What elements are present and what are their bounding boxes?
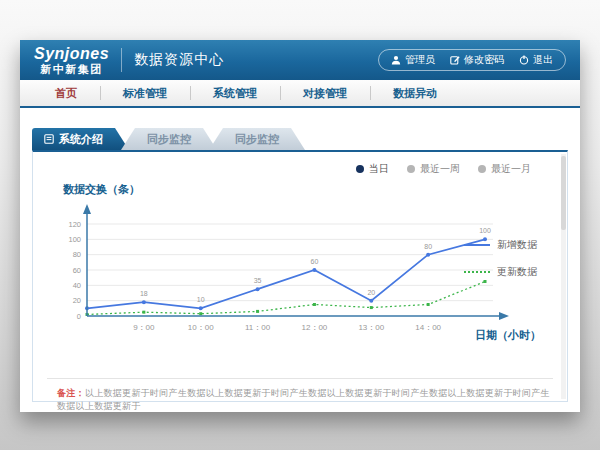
svg-text:80: 80 — [424, 243, 432, 250]
svg-text:10：00: 10：00 — [188, 323, 214, 332]
chart-legend: 新增数据 更新数据 — [464, 238, 537, 279]
range-filter-group: 当日 最近一周 最近一月 — [356, 162, 531, 176]
svg-text:60: 60 — [73, 266, 81, 275]
logo: Synjones 新中新集团 — [34, 46, 109, 75]
nav-integration-label: 对接管理 — [303, 86, 347, 101]
svg-text:9：00: 9：00 — [133, 323, 155, 332]
y-axis-title: 数据交换（条） — [63, 182, 140, 197]
radio-today[interactable]: 当日 — [356, 162, 389, 176]
tab-sync-monitor-2[interactable]: 同步监控 — [209, 128, 305, 150]
svg-text:20: 20 — [367, 289, 375, 296]
user-icon — [391, 55, 401, 65]
radio-last-month[interactable]: 最近一月 — [478, 162, 531, 176]
legend-new-data-label: 新增数据 — [497, 238, 537, 252]
radio-last-week-label: 最近一周 — [420, 162, 460, 176]
tab-bar: 系统介绍 同步监控 同步监控 — [32, 128, 580, 150]
desktop-background: Synjones 新中新集团 数据资源中心 管理员 修改密码 — [0, 0, 600, 450]
logo-subtext: 新中新集团 — [40, 64, 103, 75]
nav-item-system[interactable]: 系统管理 — [190, 80, 280, 106]
edit-icon — [450, 55, 460, 65]
nav-standards-label: 标准管理 — [123, 86, 167, 101]
nav-item-home[interactable]: 首页 — [32, 80, 100, 106]
nav-item-standards[interactable]: 标准管理 — [100, 80, 190, 106]
change-password-button[interactable]: 修改密码 — [450, 53, 504, 67]
svg-text:18: 18 — [140, 290, 148, 297]
header-divider — [121, 48, 122, 72]
svg-text:120: 120 — [68, 220, 81, 229]
svg-text:80: 80 — [73, 250, 81, 259]
logout-label: 退出 — [533, 53, 553, 67]
line-chart: 0204060801001209：0010：0011：0012：0013：001… — [47, 198, 517, 366]
svg-text:100: 100 — [479, 227, 491, 234]
footnote: 备注：以上数据更新于时间产生数据以上数据更新于时间产生数据以上数据更新于时间产生… — [57, 387, 551, 413]
green-dotted-swatch — [464, 271, 490, 273]
radio-dot — [478, 165, 486, 173]
nav-system-label: 系统管理 — [213, 86, 257, 101]
legend-item-new-data: 新增数据 — [464, 238, 537, 252]
tab-system-intro[interactable]: 系统介绍 — [32, 128, 129, 150]
tab-sync-monitor-2-label: 同步监控 — [235, 132, 279, 147]
power-icon — [519, 55, 529, 65]
nav-home-label: 首页 — [55, 86, 77, 101]
nav-item-data-changes[interactable]: 数据异动 — [370, 80, 460, 106]
blue-line-swatch — [464, 244, 490, 246]
note-divider — [47, 378, 553, 379]
radio-last-month-label: 最近一月 — [491, 162, 531, 176]
change-password-label: 修改密码 — [464, 53, 504, 67]
nav-item-integration[interactable]: 对接管理 — [280, 80, 370, 106]
admin-user-button[interactable]: 管理员 — [391, 53, 435, 67]
legend-updated-data-label: 更新数据 — [497, 265, 537, 279]
svg-text:10: 10 — [197, 296, 205, 303]
svg-text:100: 100 — [68, 235, 81, 244]
app-title: 数据资源中心 — [134, 51, 224, 69]
svg-text:60: 60 — [311, 258, 319, 265]
panel-scrollbar[interactable] — [561, 154, 566, 399]
svg-text:35: 35 — [254, 277, 262, 284]
admin-user-label: 管理员 — [405, 53, 435, 67]
user-actions-group: 管理员 修改密码 退出 — [378, 49, 566, 71]
chart-panel: 当日 最近一周 最近一月 数据交换（条） 0204060801001209：00… — [32, 150, 568, 402]
app-header: Synjones 新中新集团 数据资源中心 管理员 修改密码 — [20, 40, 580, 80]
chart-area: 0204060801001209：0010：0011：0012：0013：001… — [47, 198, 517, 366]
main-nav: 首页 标准管理 系统管理 对接管理 数据异动 — [20, 80, 580, 108]
radio-dot — [407, 165, 415, 173]
x-axis-title: 日期（小时） — [475, 328, 541, 343]
logo-text: Synjones — [34, 46, 109, 62]
nav-data-changes-label: 数据异动 — [393, 86, 437, 101]
svg-text:13：00: 13：00 — [358, 323, 384, 332]
tab-sync-monitor-1[interactable]: 同步监控 — [121, 128, 217, 150]
radio-last-week[interactable]: 最近一周 — [407, 162, 460, 176]
tab-sync-monitor-1-label: 同步监控 — [147, 132, 191, 147]
svg-text:20: 20 — [73, 296, 81, 305]
app-window: Synjones 新中新集团 数据资源中心 管理员 修改密码 — [20, 40, 580, 412]
footnote-text: 以上数据更新于时间产生数据以上数据更新于时间产生数据以上数据更新于时间产生数据以… — [57, 388, 550, 411]
radio-today-label: 当日 — [369, 162, 389, 176]
svg-text:14：00: 14：00 — [415, 323, 441, 332]
svg-text:40: 40 — [73, 281, 81, 290]
svg-text:0: 0 — [77, 312, 81, 321]
scrollbar-thumb[interactable] — [561, 156, 566, 230]
svg-text:11：00: 11：00 — [245, 323, 271, 332]
legend-item-updated-data: 更新数据 — [464, 265, 537, 279]
footnote-prefix: 备注： — [57, 388, 85, 398]
logout-button[interactable]: 退出 — [519, 53, 553, 67]
svg-text:12：00: 12：00 — [302, 323, 328, 332]
document-icon — [44, 134, 54, 144]
tab-system-intro-label: 系统介绍 — [59, 132, 103, 147]
radio-dot — [356, 165, 364, 173]
